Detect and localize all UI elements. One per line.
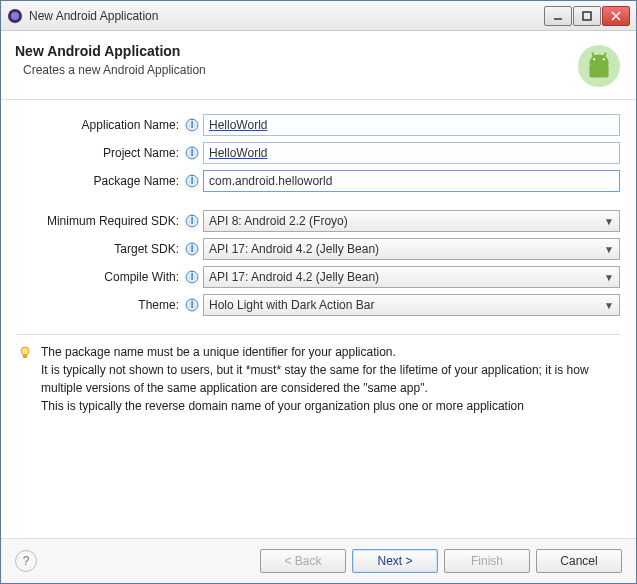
chevron-down-icon: ▼ (604, 244, 614, 255)
info-icon[interactable]: i (185, 118, 199, 132)
label-compile: Compile With: (17, 270, 181, 284)
window-controls (544, 6, 630, 26)
wizard-footer: ? < Back Next > Finish Cancel (1, 538, 636, 583)
info-icon[interactable]: i (185, 146, 199, 160)
svg-point-11 (603, 58, 605, 60)
label-min-sdk: Minimum Required SDK: (17, 214, 181, 228)
svg-text:i: i (191, 214, 194, 227)
form-top: Application Name: i Project Name: i Pack… (17, 114, 620, 192)
hint-text: The package name must be a unique identi… (41, 343, 620, 415)
svg-text:i: i (191, 298, 194, 311)
svg-rect-7 (589, 64, 608, 77)
dialog-window: New Android Application New Android Appl… (0, 0, 637, 584)
svg-rect-3 (583, 12, 591, 20)
close-button[interactable] (602, 6, 630, 26)
app-name-input[interactable] (203, 114, 620, 136)
hint-line: The package name must be a unique identi… (41, 345, 396, 359)
maximize-button[interactable] (573, 6, 601, 26)
info-icon[interactable]: i (185, 214, 199, 228)
chevron-down-icon: ▼ (604, 300, 614, 311)
lightbulb-icon (17, 345, 33, 361)
min-sdk-value: API 8: Android 2.2 (Froyo) (209, 214, 348, 228)
help-button[interactable]: ? (15, 550, 37, 572)
svg-text:i: i (191, 118, 194, 131)
finish-button[interactable]: Finish (444, 549, 530, 573)
info-icon[interactable]: i (185, 174, 199, 188)
compile-select[interactable]: API 17: Android 4.2 (Jelly Bean)▼ (203, 266, 620, 288)
svg-point-10 (593, 58, 595, 60)
chevron-down-icon: ▼ (604, 216, 614, 227)
label-theme: Theme: (17, 298, 181, 312)
hint-line: It is typically not shown to users, but … (41, 363, 589, 395)
svg-point-1 (11, 12, 19, 20)
window-title: New Android Application (29, 9, 544, 23)
project-name-input[interactable] (203, 142, 620, 164)
svg-text:i: i (191, 270, 194, 283)
hint-box: The package name must be a unique identi… (17, 343, 620, 415)
label-package-name: Package Name: (17, 174, 181, 188)
svg-rect-27 (23, 355, 27, 358)
next-button[interactable]: Next > (352, 549, 438, 573)
app-icon (7, 8, 23, 24)
theme-select[interactable]: Holo Light with Dark Action Bar▼ (203, 294, 620, 316)
cancel-button[interactable]: Cancel (536, 549, 622, 573)
package-name-input[interactable] (203, 170, 620, 192)
label-app-name: Application Name: (17, 118, 181, 132)
compile-value: API 17: Android 4.2 (Jelly Bean) (209, 270, 379, 284)
minimize-button[interactable] (544, 6, 572, 26)
target-sdk-value: API 17: Android 4.2 (Jelly Bean) (209, 242, 379, 256)
min-sdk-select[interactable]: API 8: Android 2.2 (Froyo)▼ (203, 210, 620, 232)
page-subtitle: Creates a new Android Application (23, 63, 576, 77)
info-icon[interactable]: i (185, 298, 199, 312)
info-icon[interactable]: i (185, 242, 199, 256)
android-icon (576, 43, 622, 89)
form-bottom: Minimum Required SDK: i API 8: Android 2… (17, 210, 620, 316)
theme-value: Holo Light with Dark Action Bar (209, 298, 374, 312)
back-button[interactable]: < Back (260, 549, 346, 573)
divider (17, 334, 620, 335)
hint-line: This is typically the reverse domain nam… (41, 399, 524, 413)
titlebar: New Android Application (1, 1, 636, 31)
svg-text:i: i (191, 174, 194, 187)
chevron-down-icon: ▼ (604, 272, 614, 283)
label-target-sdk: Target SDK: (17, 242, 181, 256)
wizard-header: New Android Application Creates a new An… (1, 31, 636, 100)
label-project-name: Project Name: (17, 146, 181, 160)
wizard-body: Application Name: i Project Name: i Pack… (1, 100, 636, 538)
page-title: New Android Application (15, 43, 576, 59)
svg-point-26 (21, 347, 29, 355)
info-icon[interactable]: i (185, 270, 199, 284)
svg-text:i: i (191, 242, 194, 255)
svg-text:i: i (191, 146, 194, 159)
target-sdk-select[interactable]: API 17: Android 4.2 (Jelly Bean)▼ (203, 238, 620, 260)
